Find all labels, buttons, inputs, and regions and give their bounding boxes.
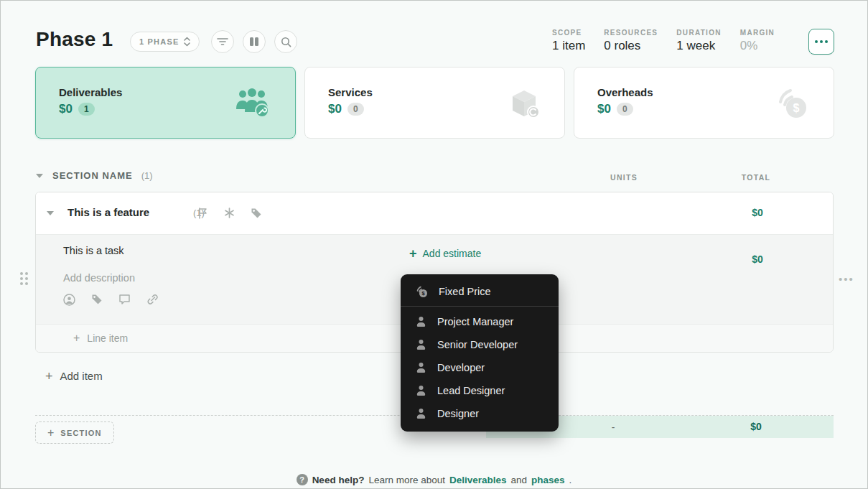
add-item-button[interactable]: + Add item [45,370,103,382]
svg-text:$: $ [793,102,800,114]
search-icon [281,37,291,47]
stat-resources: RESOURCES 0 roles [604,29,658,53]
assignee-avatar-icon[interactable] [63,294,75,306]
link-icon[interactable] [146,294,159,305]
card-overheads[interactable]: Overheads $0 0 $ [574,67,834,139]
filter-icon [217,37,228,46]
person-icon [416,408,426,419]
phase-selector[interactable]: 1 PHASE [130,32,200,52]
menu-item-developer[interactable]: Developer [401,356,559,379]
task-description-placeholder[interactable]: Add description [63,272,135,284]
column-header-total: TOTAL [734,173,778,182]
ellipsis-icon [815,40,818,43]
columns-icon [249,37,259,47]
deliverables-amount: $0 [59,102,73,116]
asterisk-icon[interactable] [224,208,235,218]
phase-more-actions-button[interactable] [808,29,834,55]
stat-scope: SCOPE 1 item [552,29,585,53]
phases-link[interactable]: phases [531,475,565,485]
plus-icon: + [45,371,53,381]
app-window: Phase 1 1 PHASE SCOPE 1 item R [0,0,868,489]
phase-selector-label: 1 PHASE [139,37,179,46]
section-name[interactable]: SECTION NAME [52,170,133,181]
feature-collapse-chevron-icon[interactable] [46,210,55,216]
add-section-button[interactable]: + SECTION [35,422,114,444]
add-estimate-button[interactable]: + Add estimate [409,248,481,259]
services-amount: $0 [328,102,342,116]
page-title: Phase 1 [36,28,113,51]
help-footer: ? Need help? Learn more about Deliverabl… [1,474,867,485]
person-icon [416,339,426,350]
person-icon [416,362,426,373]
stat-duration: DURATION 1 week [676,29,721,53]
flag-icon[interactable] [198,208,208,219]
help-text: Learn more about [368,475,445,485]
section-collapse-chevron-icon[interactable] [35,173,44,179]
total-units: - [592,422,635,433]
filter-button[interactable] [211,30,234,53]
help-bold: Need help? [312,475,365,485]
card-deliverables[interactable]: Deliverables $0 1 [35,67,296,139]
team-gear-icon [233,88,271,119]
menu-item-lead-designer[interactable]: Lead Designer [401,379,559,402]
menu-divider [401,306,559,307]
feature-row[interactable]: This is a feature (1) $0 [36,192,833,235]
plus-icon: + [409,248,417,259]
person-icon [416,316,426,327]
deliverables-link[interactable]: Deliverables [449,475,507,485]
add-line-item-button[interactable]: + Line item [73,332,128,344]
drag-handle[interactable] [20,272,28,285]
task-name[interactable]: This is a task [63,245,124,256]
overheads-amount: $0 [597,102,611,116]
box-icon [508,88,540,119]
columns-view-button[interactable] [243,30,266,53]
total-amount: $0 [734,421,778,432]
feature-total: $0 [736,207,779,218]
question-icon: ? [297,474,308,485]
column-header-units: UNITS [602,173,645,182]
plus-icon: + [73,333,80,343]
person-icon [416,385,426,396]
comment-icon[interactable] [118,294,131,305]
feature-name[interactable]: This is a feature [67,206,149,218]
estimate-dropdown-menu: $ Fixed Price Project Manager Senior Dev… [401,274,559,432]
coins-icon: $ [416,286,428,298]
section-item-count: (1) [141,170,153,181]
phase-stats: SCOPE 1 item RESOURCES 0 roles DURATION … [552,29,775,53]
menu-item-designer[interactable]: Designer [401,402,559,425]
menu-item-project-manager[interactable]: Project Manager [401,310,559,333]
plus-icon: + [47,428,54,438]
services-count-badge: 0 [347,103,364,116]
coins-icon: $ [775,88,809,121]
menu-item-fixed-price[interactable]: $ Fixed Price [401,280,559,303]
overheads-count-badge: 0 [617,103,633,116]
search-button[interactable] [274,30,297,53]
tag-icon[interactable] [251,208,262,219]
row-more-actions[interactable]: ••• [839,273,854,285]
chevron-updown-icon [184,37,190,47]
card-services[interactable]: Services $0 0 [304,67,565,139]
menu-item-senior-developer[interactable]: Senior Developer [401,333,559,356]
stat-margin: MARGIN 0% [740,29,775,53]
task-total: $0 [736,253,779,265]
deliverables-count-badge: 1 [78,103,95,116]
task-tag-icon[interactable] [91,294,103,305]
